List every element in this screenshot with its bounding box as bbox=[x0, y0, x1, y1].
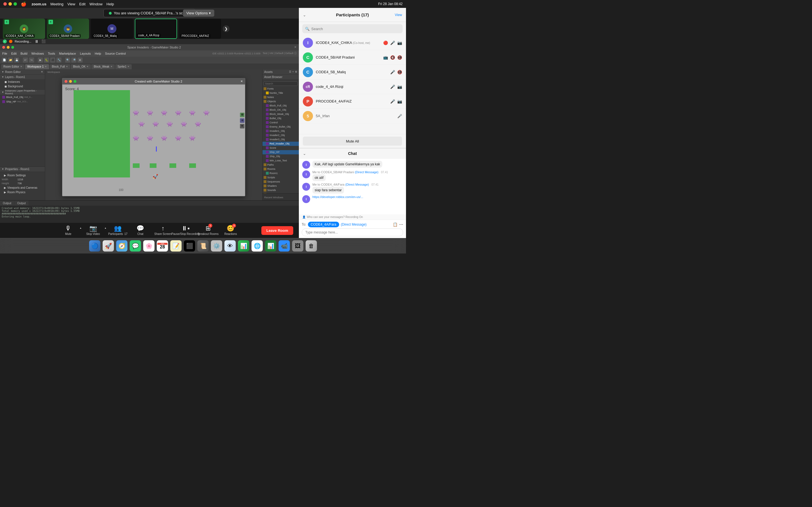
gm-asset-bullet-obj[interactable]: Bullet_Obj bbox=[262, 116, 299, 121]
view-button[interactable]: View bbox=[395, 13, 402, 17]
gm-toolbar-debug[interactable]: 🐛 bbox=[44, 57, 49, 62]
game-icon[interactable]: 👁 bbox=[240, 124, 245, 128]
gm-asset-score[interactable]: Score bbox=[262, 146, 299, 150]
gm-asset-folder-objects[interactable]: Objects bbox=[262, 100, 299, 104]
gm-asset-block-full-obj[interactable]: Block_Full_Obj bbox=[262, 104, 299, 108]
gm-asset-folder-sequences[interactable]: Sequences bbox=[262, 180, 299, 184]
gm-tab-sprite[interactable]: Sprite1 ✕ bbox=[115, 64, 132, 69]
participants-chevron-icon[interactable]: ⌄ bbox=[303, 13, 306, 17]
menu-edit[interactable]: Edit bbox=[79, 2, 86, 6]
stop-video-button[interactable]: 📷 Stop Video bbox=[82, 223, 104, 238]
chat-copy-icon[interactable]: 📋 bbox=[393, 222, 398, 227]
game-popup-min[interactable] bbox=[69, 80, 72, 83]
gm-object-block-full[interactable]: Block_Full_Obj inst_4... bbox=[0, 95, 45, 100]
gm-asset-invader3[interactable]: Invader3_Obj bbox=[262, 137, 299, 142]
gm-asset-invader2[interactable]: Invader2_Obj bbox=[262, 133, 299, 137]
participant-search-input[interactable] bbox=[302, 24, 403, 33]
gm-panel-close-icon[interactable]: ✕ bbox=[41, 70, 43, 73]
menu-meeting[interactable]: Meeting bbox=[50, 2, 63, 6]
chat-url[interactable]: https://developer.roblox.com/en-us/... bbox=[312, 195, 403, 199]
menu-window[interactable]: Window bbox=[89, 2, 102, 6]
gm-object-ship-hp[interactable]: Ship_HP inst_1C1... bbox=[0, 100, 45, 104]
breakout-rooms-button[interactable]: ⊞ 3 Breakout Rooms bbox=[197, 223, 219, 238]
gm-asset-ship-hp[interactable]: Ship_HP bbox=[262, 150, 299, 154]
assets-filter-icon[interactable]: ☰ bbox=[289, 70, 291, 73]
gm-asset-folder-sounds[interactable]: Sounds bbox=[262, 188, 299, 192]
participant-item[interactable]: 5 5A_Irfan 🎤 bbox=[299, 109, 406, 123]
thumbnail-item[interactable]: E 👩 ICODE4_KAK_CHIKA bbox=[3, 18, 45, 39]
participant-item[interactable]: C CODE4_5B/Alif Pradani 📺 🔇 📵 bbox=[299, 50, 406, 65]
reactions-button[interactable]: 😊 8 Reactions bbox=[219, 223, 242, 238]
participant-item[interactable]: I ICODE4_KAK_CHIKA (Co-host, me) 🔴 🎤 📷 bbox=[299, 36, 406, 50]
gm-asset-notes[interactable]: Notes bbox=[262, 95, 299, 100]
menu-help[interactable]: Help bbox=[107, 2, 114, 6]
dock-messages[interactable]: 💬 bbox=[130, 240, 141, 251]
gm-toolbar-stop[interactable]: ⬛ bbox=[50, 57, 55, 62]
gm-minimize-button[interactable] bbox=[7, 46, 10, 49]
gm-tab-close-icon[interactable]: ✕ bbox=[45, 65, 47, 68]
gm-toolbar-new[interactable]: 📄 bbox=[2, 57, 7, 62]
dock-finder[interactable]: 🔵 bbox=[89, 240, 100, 251]
gm-tab-close-icon[interactable]: ✕ bbox=[87, 65, 89, 68]
thumbnail-item[interactable]: E 👦 CODE4_5B/Alif Pradani bbox=[47, 18, 89, 39]
gm-asset-red-invader[interactable]: Red_Invader_Obj bbox=[262, 142, 299, 146]
gm-toolbar-zoom-fit[interactable]: ⊞ bbox=[78, 57, 83, 62]
gm-layer-instances[interactable]: ◼ Instances bbox=[0, 80, 45, 84]
participant-item[interactable]: cR code_4_4A Rizqi 🎤 📷 bbox=[299, 79, 406, 94]
participants-button[interactable]: 👥 Participants 17 bbox=[107, 223, 129, 238]
chat-to-select[interactable]: CODE4_4A/Fara bbox=[308, 222, 339, 227]
gm-menu-layouts[interactable]: Layouts bbox=[80, 52, 91, 55]
gm-instances-header[interactable]: ▼ Instances Layer Properties - Room1 bbox=[0, 90, 45, 95]
dock-excel[interactable]: 📊 bbox=[265, 240, 276, 251]
dock-zoom[interactable]: 📹 bbox=[278, 240, 290, 251]
mute-caret[interactable]: ▲ bbox=[80, 227, 82, 229]
chat-more-icon[interactable]: ⋯ bbox=[399, 222, 403, 227]
recording-pause-button[interactable]: ⏸ bbox=[35, 39, 39, 44]
gm-output-tab-1[interactable]: Output bbox=[0, 201, 14, 206]
thumbnail-item[interactable]: M CODE4_5B_Maliq bbox=[91, 18, 133, 39]
dock-system-preferences[interactable]: ⚙️ bbox=[211, 240, 222, 251]
chat-chevron-icon[interactable]: ⌄ bbox=[303, 151, 306, 156]
gm-asset-folder-shaders[interactable]: Shaders bbox=[262, 184, 299, 188]
gm-asset-folder-fonts[interactable]: Fonts bbox=[262, 87, 299, 91]
app-name[interactable]: zoom.us bbox=[32, 2, 47, 6]
gm-menu-help[interactable]: Help bbox=[95, 52, 101, 55]
dock-launchpad[interactable]: 🚀 bbox=[103, 240, 114, 251]
gm-asset-ship-obj[interactable]: Ship_Obj bbox=[262, 154, 299, 159]
gm-asset-folder-rooms[interactable]: Rooms bbox=[262, 167, 299, 171]
gm-toolbar-undo[interactable]: ↩ bbox=[23, 57, 28, 62]
gm-props-header[interactable]: ▼ Properties - Room1 bbox=[0, 167, 45, 172]
gm-menu-build[interactable]: Build bbox=[20, 52, 28, 55]
gm-tab-block-weak[interactable]: Block_Weak ✕ bbox=[91, 64, 114, 69]
gm-tab-close-icon[interactable]: ✕ bbox=[66, 65, 68, 68]
gm-asset-invader1[interactable]: Invader1_Obj bbox=[262, 129, 299, 133]
game-popup-close-x[interactable]: ✕ bbox=[241, 80, 243, 83]
dock-photos[interactable]: 🌸 bbox=[143, 240, 154, 251]
gm-tab-room-editor[interactable]: Room Editor ✕ bbox=[1, 64, 24, 69]
recording-stop-button[interactable]: ⬛ bbox=[42, 40, 46, 43]
gm-asset-block-weak-obj[interactable]: Block_Weak_Obj bbox=[262, 112, 299, 116]
gm-menu-edit[interactable]: Edit bbox=[11, 52, 17, 55]
apple-menu[interactable]: 🍎 bbox=[21, 1, 27, 7]
gm-toolbar-run[interactable]: ▶ bbox=[38, 57, 43, 62]
dock-notes[interactable]: 📝 bbox=[170, 240, 182, 251]
menu-view[interactable]: View bbox=[67, 2, 75, 6]
gm-menu-file[interactable]: File bbox=[2, 52, 7, 55]
gm-layer-background[interactable]: ◼ Background bbox=[0, 84, 45, 89]
dock-preview[interactable]: 👁 bbox=[224, 240, 236, 251]
game-popup-window[interactable]: Created with GameMaker Studio 2 ✕ Score:… bbox=[62, 78, 245, 196]
gm-asset-win-lose[interactable]: Win_Lose_Text bbox=[262, 159, 299, 163]
gm-tab-close-icon[interactable]: ✕ bbox=[20, 65, 22, 68]
gm-toolbar-open[interactable]: 📁 bbox=[8, 57, 13, 62]
gm-toolbar-redo[interactable]: ↪ bbox=[29, 57, 34, 62]
dock-calendar[interactable]: JAN 28 bbox=[157, 240, 168, 251]
gm-layers-header[interactable]: ▼ Layers - Room1 bbox=[0, 75, 45, 80]
gm-toolbar-clean[interactable]: 🔧 bbox=[56, 57, 61, 62]
game-popup-max[interactable] bbox=[73, 80, 77, 83]
thumbnail-item[interactable]: PROCODE4_4A/FAIZ bbox=[179, 18, 221, 39]
gm-room-physics[interactable]: ▶ Room Physics bbox=[2, 190, 43, 194]
gm-asset-nuntio[interactable]: Nuntio_Title bbox=[262, 91, 299, 95]
video-caret[interactable]: ▲ bbox=[104, 227, 107, 229]
game-area[interactable]: Score: 4 👾 👾 👾 👾 👾 👾 bbox=[62, 84, 245, 196]
gm-room-editor-header[interactable]: ▼ Room Editor ✕ bbox=[0, 69, 45, 75]
